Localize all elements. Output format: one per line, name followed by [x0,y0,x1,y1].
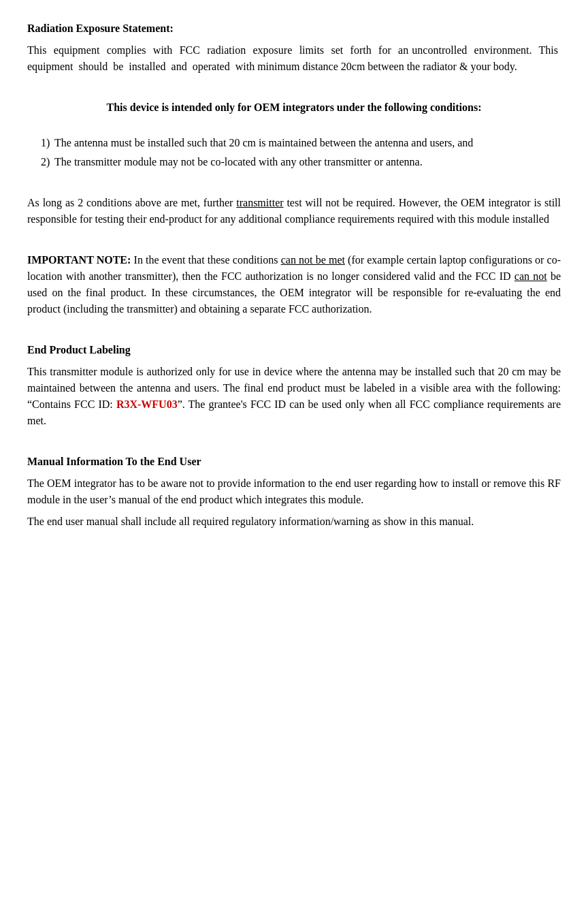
transmitter-underline: transmitter [236,197,283,208]
end-product-section: End Product Labeling This transmitter mo… [27,342,561,429]
oem-title: This device is intended only for OEM int… [27,99,561,116]
document-container: Radiation Exposure Statement: This equip… [27,20,561,530]
manual-body-1: The OEM integrator has to be aware not t… [27,475,561,508]
radiation-section: Radiation Exposure Statement: This equip… [27,20,561,75]
condition-2: 2) The transmitter module may not be co-… [27,154,561,170]
manual-section: Manual Information To the End User The O… [27,454,561,530]
important-para: IMPORTANT NOTE: In the event that these … [27,252,561,317]
manual-body-2: The end user manual shall include all re… [27,514,561,530]
condition-1: 1) The antenna must be installed such th… [27,135,561,151]
cannot-be-met-underline: can not be met [281,254,345,266]
end-product-title: End Product Labeling [27,342,561,358]
as-long-para: As long as 2 conditions above are met, f… [27,195,561,227]
important-section: IMPORTANT NOTE: In the event that these … [27,252,561,317]
oem-section: This device is intended only for OEM int… [27,99,561,170]
as-long-section: As long as 2 conditions above are met, f… [27,195,561,227]
end-product-body: This transmitter module is authorized on… [27,364,561,429]
condition-2-label: 2) [27,154,54,170]
condition-1-text: The antenna must be installed such that … [54,135,561,151]
important-label: IMPORTANT NOTE: [27,254,131,266]
manual-title: Manual Information To the End User [27,454,561,470]
fcc-id: R3X-WFU03 [116,398,178,410]
condition-1-label: 1) [27,135,54,151]
can-not-underline: can not [514,270,547,282]
condition-2-text: The transmitter module may not be co-loc… [54,154,561,170]
radiation-title: Radiation Exposure Statement: [27,20,561,37]
radiation-body: This equipment complies with FCC radiati… [27,42,561,75]
